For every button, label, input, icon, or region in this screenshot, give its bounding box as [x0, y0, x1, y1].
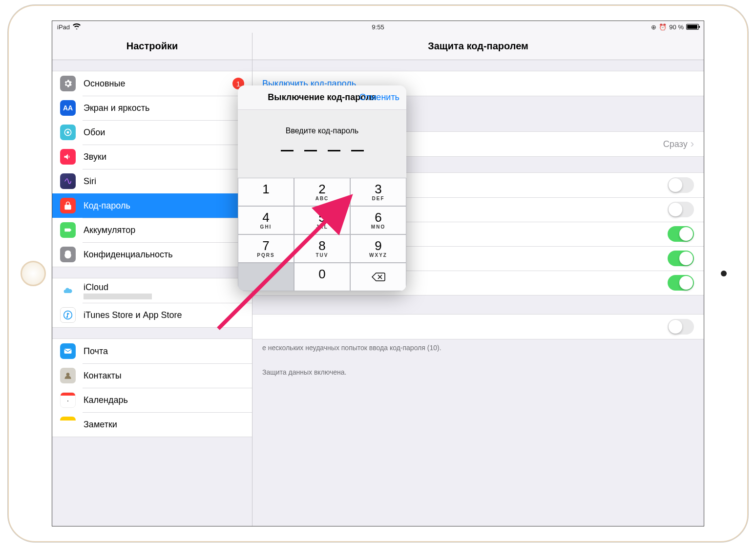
key-letters: WXYZ [369, 252, 387, 258]
key-letters: TUV [316, 252, 329, 258]
toggle-switch[interactable] [668, 251, 694, 266]
sidebar-item-label: iCloud [84, 282, 152, 293]
svg-rect-3 [70, 229, 71, 231]
key-letters: JKL [316, 224, 328, 230]
sidebar-title: Настройки [52, 33, 252, 60]
status-bar: iPad 9:55 ⊕ ⏰ 90 % [52, 21, 704, 33]
passcode-dash [328, 150, 340, 151]
keypad-key-0[interactable]: 0 [294, 263, 350, 291]
sidebar-item-icloud[interactable]: iCloud [52, 278, 252, 303]
icloud-icon [60, 283, 76, 298]
wifi-icon [73, 23, 81, 31]
key-number: 7 [262, 239, 269, 252]
sidebar-item-label: Аккумулятор [84, 225, 135, 235]
account-email-redacted [84, 294, 152, 299]
numeric-keypad: 1 2ABC3DEF4GHI5JKL6MNO7PQRS8TUV9WXYZ0 [238, 178, 406, 291]
passcode-icon [60, 198, 76, 213]
key-letters: MNO [371, 224, 385, 230]
key-number: 2 [318, 183, 325, 195]
battery-icon [686, 24, 699, 30]
notes-icon [60, 417, 76, 432]
keypad-key-7[interactable]: 7PQRS [238, 234, 294, 263]
sidebar-item-label: iTunes Store и App Store [84, 310, 182, 320]
passcode-dash [304, 150, 317, 151]
backspace-icon [371, 272, 386, 282]
sidebar-item-label: Почта [84, 346, 108, 357]
sidebar-item-general[interactable]: Основные1 [52, 71, 252, 96]
sidebar-item-label: Календарь [84, 395, 128, 405]
keypad-key-9[interactable]: 9WXYZ [350, 234, 406, 263]
keypad-blank [238, 263, 294, 291]
keypad-key-1[interactable]: 1 [238, 178, 294, 206]
keypad-backspace[interactable] [350, 263, 406, 291]
keypad-key-3[interactable]: 3DEF [350, 178, 406, 206]
detail-title: Защита код-паролем [252, 33, 704, 60]
key-letters: DEF [372, 196, 385, 201]
home-button[interactable] [21, 261, 46, 286]
sidebar-item-label: Основные [84, 79, 125, 89]
key-number: 1 [262, 183, 269, 195]
display-icon: AA [60, 100, 76, 116]
sidebar-item-sounds[interactable]: Звуки [52, 145, 252, 169]
require-value: Сразу [663, 139, 688, 149]
sidebar-item-itunes[interactable]: iTunes Store и App Store [52, 303, 252, 327]
keypad-key-6[interactable]: 6MNO [350, 206, 406, 234]
sidebar-item-siri[interactable]: Siri [52, 169, 252, 193]
sidebar-item-mail[interactable]: Почта [52, 339, 252, 363]
key-letters: GHI [260, 224, 272, 230]
popover-header: Выключение код-пароля Отменить [238, 85, 406, 110]
sidebar-item-display[interactable]: AAЭкран и яркость [52, 96, 252, 120]
keypad-key-4[interactable]: 4GHI [238, 206, 294, 234]
sidebar-item-label: Код-пароль [84, 201, 130, 211]
key-letters: PQRS [257, 252, 274, 258]
passcode-dash [351, 150, 364, 151]
enter-passcode-label: Введите код-пароль [238, 126, 406, 135]
key-number: 5 [318, 211, 325, 224]
passcode-popover: Выключение код-пароля Отменить Введите к… [238, 85, 406, 291]
keypad-key-5[interactable]: 5JKL [294, 206, 350, 234]
sidebar-item-contacts[interactable]: Контакты [52, 363, 252, 388]
mail-icon [60, 343, 76, 359]
sidebar-item-label: Экран и яркость [84, 103, 149, 113]
settings-sidebar: Настройки Основные1AAЭкран и яркостьОбои… [52, 33, 252, 526]
toggle-switch[interactable] [668, 202, 694, 217]
sidebar-item-notes[interactable]: Заметки [52, 412, 252, 437]
toggle-switch[interactable] [668, 275, 694, 291]
toggle-switch[interactable] [668, 226, 694, 242]
toggle-switch[interactable] [668, 177, 694, 193]
cancel-button[interactable]: Отменить [359, 92, 399, 103]
sounds-icon [60, 149, 76, 165]
sidebar-item-label: Заметки [84, 420, 117, 430]
keypad-key-2[interactable]: 2ABC [294, 178, 350, 206]
sidebar-item-label: Контакты [84, 371, 122, 381]
footer-note-2: Защита данных включена. [252, 364, 704, 381]
ipad-frame: iPad 9:55 ⊕ ⏰ 90 % Настройки Основные1AA… [8, 5, 748, 542]
general-icon [60, 76, 76, 91]
sidebar-item-battery[interactable]: Аккумулятор [52, 218, 252, 242]
orientation-lock-icon: ⊕ [651, 23, 656, 31]
key-number: 6 [375, 211, 381, 224]
sidebar-list[interactable]: Основные1AAЭкран и яркостьОбоиЗвукиSiriК… [52, 60, 252, 526]
status-time: 9:55 [372, 23, 384, 31]
contacts-icon [60, 368, 76, 383]
alarm-icon: ⏰ [659, 23, 667, 31]
calendar-icon: · [60, 392, 76, 408]
siri-icon [60, 173, 76, 189]
key-number: 0 [318, 268, 325, 280]
toggle-switch[interactable] [668, 319, 694, 335]
key-number: 8 [318, 239, 325, 252]
keypad-key-8[interactable]: 8TUV [294, 234, 350, 263]
chevron-right-icon: › [691, 138, 694, 150]
sidebar-item-passcode[interactable]: Код-пароль [52, 193, 252, 218]
key-letters: ABC [315, 196, 329, 201]
battery-icon [60, 222, 76, 238]
svg-point-1 [67, 131, 69, 134]
sidebar-item-calendar[interactable]: ·Календарь [52, 388, 252, 412]
sidebar-item-privacy[interactable]: Конфиденциальность [52, 242, 252, 267]
sidebar-item-wallpaper[interactable]: Обои [52, 120, 252, 145]
setting-switch-row[interactable] [252, 315, 704, 339]
battery-text: 90 % [669, 23, 684, 31]
footer-note-1: е нескольких неудачных попыток ввода код… [252, 339, 704, 357]
passcode-dashes [238, 150, 406, 151]
sidebar-item-label: Обои [84, 127, 105, 138]
